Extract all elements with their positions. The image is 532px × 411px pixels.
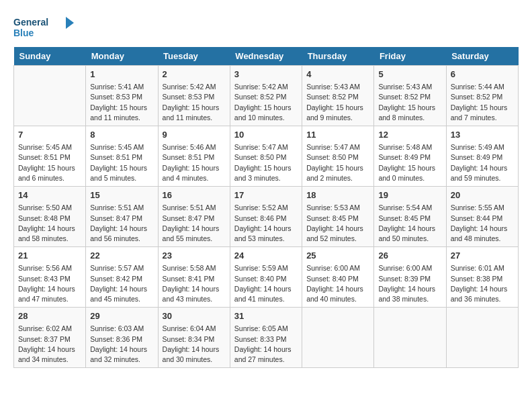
day-number: 14 <box>18 189 81 201</box>
day-info: Sunrise: 5:50 AM Sunset: 8:48 PM Dayligh… <box>18 203 81 244</box>
svg-text:Blue: Blue <box>13 28 34 38</box>
calendar-cell <box>374 308 446 368</box>
day-number: 3 <box>234 68 298 81</box>
calendar-cell: 23Sunrise: 5:58 AM Sunset: 8:41 PM Dayli… <box>158 247 230 308</box>
calendar-cell: 28Sunrise: 6:02 AM Sunset: 8:37 PM Dayli… <box>14 308 86 368</box>
calendar-cell: 14Sunrise: 5:50 AM Sunset: 8:48 PM Dayli… <box>14 187 86 247</box>
day-info: Sunrise: 5:47 AM Sunset: 8:50 PM Dayligh… <box>234 142 298 183</box>
day-number: 27 <box>451 250 514 262</box>
day-number: 4 <box>306 68 369 81</box>
day-number: 7 <box>18 129 81 141</box>
day-number: 22 <box>90 250 153 262</box>
day-info: Sunrise: 5:52 AM Sunset: 8:46 PM Dayligh… <box>234 203 298 244</box>
logo: General Blue <box>13 13 74 40</box>
day-number: 9 <box>163 129 226 141</box>
day-info: Sunrise: 5:48 AM Sunset: 8:49 PM Dayligh… <box>378 142 441 183</box>
day-number: 12 <box>378 129 441 141</box>
day-info: Sunrise: 5:41 AM Sunset: 8:53 PM Dayligh… <box>90 82 153 123</box>
week-row-2: 7Sunrise: 5:45 AM Sunset: 8:51 PM Daylig… <box>14 126 519 187</box>
day-header-friday: Friday <box>374 47 446 66</box>
day-info: Sunrise: 5:53 AM Sunset: 8:45 PM Dayligh… <box>306 203 369 244</box>
calendar-cell: 17Sunrise: 5:52 AM Sunset: 8:46 PM Dayli… <box>230 187 302 247</box>
day-number: 13 <box>451 129 514 141</box>
calendar-cell: 19Sunrise: 5:54 AM Sunset: 8:45 PM Dayli… <box>374 187 446 247</box>
calendar-cell: 12Sunrise: 5:48 AM Sunset: 8:49 PM Dayli… <box>374 126 446 187</box>
day-number: 24 <box>234 250 298 262</box>
day-number: 6 <box>451 68 514 81</box>
day-number: 17 <box>234 189 298 201</box>
day-number: 18 <box>306 189 369 201</box>
calendar-cell: 16Sunrise: 5:51 AM Sunset: 8:47 PM Dayli… <box>158 187 230 247</box>
calendar-cell: 9Sunrise: 5:46 AM Sunset: 8:51 PM Daylig… <box>158 126 230 187</box>
day-header-tuesday: Tuesday <box>158 47 230 66</box>
svg-text:General: General <box>13 17 48 28</box>
day-info: Sunrise: 5:45 AM Sunset: 8:51 PM Dayligh… <box>90 142 153 183</box>
calendar-cell: 3Sunrise: 5:42 AM Sunset: 8:52 PM Daylig… <box>230 66 302 126</box>
calendar-cell: 27Sunrise: 6:01 AM Sunset: 8:38 PM Dayli… <box>446 247 518 308</box>
day-number: 29 <box>90 310 153 322</box>
calendar-cell: 22Sunrise: 5:57 AM Sunset: 8:42 PM Dayli… <box>86 247 158 308</box>
day-info: Sunrise: 5:43 AM Sunset: 8:52 PM Dayligh… <box>306 82 369 123</box>
calendar-cell: 6Sunrise: 5:44 AM Sunset: 8:52 PM Daylig… <box>446 66 518 126</box>
day-info: Sunrise: 5:57 AM Sunset: 8:42 PM Dayligh… <box>90 263 153 304</box>
day-info: Sunrise: 5:58 AM Sunset: 8:41 PM Dayligh… <box>163 263 226 304</box>
day-number: 16 <box>163 189 226 201</box>
day-header-saturday: Saturday <box>446 47 518 66</box>
day-info: Sunrise: 6:04 AM Sunset: 8:34 PM Dayligh… <box>163 324 226 365</box>
day-info: Sunrise: 6:00 AM Sunset: 8:40 PM Dayligh… <box>306 263 369 304</box>
calendar-cell: 1Sunrise: 5:41 AM Sunset: 8:53 PM Daylig… <box>86 66 158 126</box>
day-header-monday: Monday <box>86 47 158 66</box>
calendar-cell: 8Sunrise: 5:45 AM Sunset: 8:51 PM Daylig… <box>86 126 158 187</box>
day-info: Sunrise: 6:00 AM Sunset: 8:39 PM Dayligh… <box>378 263 441 304</box>
day-number: 1 <box>90 68 153 81</box>
days-header-row: SundayMondayTuesdayWednesdayThursdayFrid… <box>14 47 519 66</box>
day-number: 30 <box>163 310 226 322</box>
day-info: Sunrise: 6:01 AM Sunset: 8:38 PM Dayligh… <box>451 263 514 304</box>
day-info: Sunrise: 5:47 AM Sunset: 8:50 PM Dayligh… <box>306 142 369 183</box>
day-number: 23 <box>163 250 226 262</box>
day-info: Sunrise: 5:59 AM Sunset: 8:40 PM Dayligh… <box>234 263 298 304</box>
calendar-cell: 31Sunrise: 6:05 AM Sunset: 8:33 PM Dayli… <box>230 308 302 368</box>
day-info: Sunrise: 5:43 AM Sunset: 8:52 PM Dayligh… <box>378 82 441 123</box>
calendar-cell <box>446 308 518 368</box>
day-number: 31 <box>234 310 298 322</box>
calendar-cell: 5Sunrise: 5:43 AM Sunset: 8:52 PM Daylig… <box>374 66 446 126</box>
calendar-cell: 7Sunrise: 5:45 AM Sunset: 8:51 PM Daylig… <box>14 126 86 187</box>
calendar-cell: 4Sunrise: 5:43 AM Sunset: 8:52 PM Daylig… <box>302 66 374 126</box>
calendar-cell <box>302 308 374 368</box>
calendar-cell: 30Sunrise: 6:04 AM Sunset: 8:34 PM Dayli… <box>158 308 230 368</box>
page-header: General Blue <box>13 13 519 40</box>
day-number: 19 <box>378 189 441 201</box>
day-info: Sunrise: 6:02 AM Sunset: 8:37 PM Dayligh… <box>18 324 81 365</box>
calendar-cell: 20Sunrise: 5:55 AM Sunset: 8:44 PM Dayli… <box>446 187 518 247</box>
day-info: Sunrise: 5:46 AM Sunset: 8:51 PM Dayligh… <box>163 142 226 183</box>
day-info: Sunrise: 5:54 AM Sunset: 8:45 PM Dayligh… <box>378 203 441 244</box>
week-row-3: 14Sunrise: 5:50 AM Sunset: 8:48 PM Dayli… <box>14 187 519 247</box>
day-info: Sunrise: 6:03 AM Sunset: 8:36 PM Dayligh… <box>90 324 153 365</box>
day-number: 10 <box>234 129 298 141</box>
day-header-thursday: Thursday <box>302 47 374 66</box>
day-number: 5 <box>378 68 441 81</box>
day-info: Sunrise: 5:49 AM Sunset: 8:49 PM Dayligh… <box>451 142 514 183</box>
day-number: 15 <box>90 189 153 201</box>
day-info: Sunrise: 5:45 AM Sunset: 8:51 PM Dayligh… <box>18 142 81 183</box>
day-header-wednesday: Wednesday <box>230 47 302 66</box>
calendar-cell: 13Sunrise: 5:49 AM Sunset: 8:49 PM Dayli… <box>446 126 518 187</box>
day-number: 2 <box>163 68 226 81</box>
day-number: 21 <box>18 250 81 262</box>
day-info: Sunrise: 5:42 AM Sunset: 8:52 PM Dayligh… <box>234 82 298 123</box>
day-info: Sunrise: 5:55 AM Sunset: 8:44 PM Dayligh… <box>451 203 514 244</box>
day-info: Sunrise: 5:42 AM Sunset: 8:53 PM Dayligh… <box>163 82 226 123</box>
day-header-sunday: Sunday <box>14 47 86 66</box>
calendar-cell: 15Sunrise: 5:51 AM Sunset: 8:47 PM Dayli… <box>86 187 158 247</box>
calendar-cell: 2Sunrise: 5:42 AM Sunset: 8:53 PM Daylig… <box>158 66 230 126</box>
calendar-cell <box>14 66 86 126</box>
calendar-cell: 18Sunrise: 5:53 AM Sunset: 8:45 PM Dayli… <box>302 187 374 247</box>
day-number: 28 <box>18 310 81 322</box>
day-info: Sunrise: 6:05 AM Sunset: 8:33 PM Dayligh… <box>234 324 298 365</box>
calendar-cell: 21Sunrise: 5:56 AM Sunset: 8:43 PM Dayli… <box>14 247 86 308</box>
day-info: Sunrise: 5:44 AM Sunset: 8:52 PM Dayligh… <box>451 82 514 123</box>
calendar-cell: 26Sunrise: 6:00 AM Sunset: 8:39 PM Dayli… <box>374 247 446 308</box>
logo-svg: General Blue <box>13 13 74 40</box>
day-info: Sunrise: 5:51 AM Sunset: 8:47 PM Dayligh… <box>90 203 153 244</box>
